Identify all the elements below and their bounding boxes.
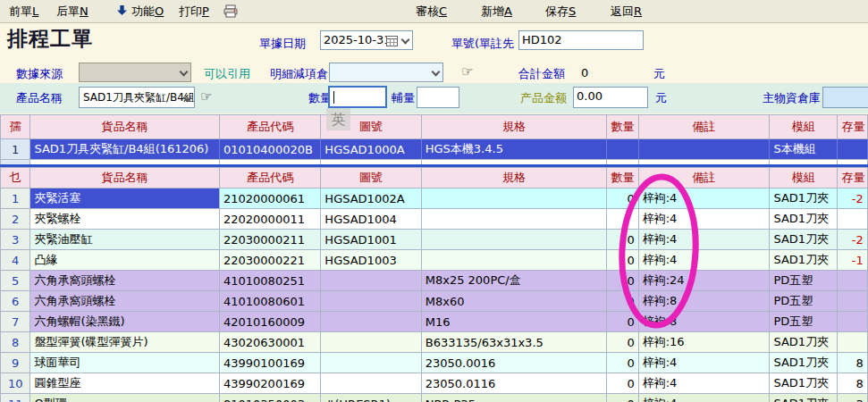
cell-module[interactable]: S本機組 xyxy=(770,139,838,160)
cell-drawing[interactable]: #(HRESR1) xyxy=(321,394,421,402)
cell-remark[interactable]: 梓袧:8 xyxy=(638,312,770,332)
column-header[interactable]: 規格 xyxy=(421,115,607,139)
cell-no[interactable]: 6 xyxy=(1,291,30,312)
cell-stock[interactable] xyxy=(838,209,867,230)
menu-save[interactable]: 保存S xyxy=(545,4,576,20)
cell-remark[interactable]: 梓袧:16 xyxy=(638,332,770,353)
column-header[interactable]: 圖號 xyxy=(321,168,421,188)
cell-module[interactable]: SAD1刀夾 xyxy=(770,394,838,402)
cell-spec[interactable]: M8x25 200PC/盒 xyxy=(421,271,607,291)
menu-print[interactable]: 打印P xyxy=(179,4,209,20)
cell-drawing[interactable] xyxy=(321,291,421,312)
cell-module[interactable]: PD五塑 xyxy=(770,312,838,332)
cell-module[interactable]: SAD1刀夾 xyxy=(770,209,838,230)
cell-spec[interactable]: 23050.0116 xyxy=(421,373,607,394)
column-header[interactable]: 規格 xyxy=(421,168,607,188)
detail-warehouse-select[interactable] xyxy=(329,63,443,82)
column-header[interactable]: 乜 xyxy=(1,168,30,188)
cell-stock[interactable]: -2 xyxy=(838,188,867,209)
cell-code[interactable]: 22030000211 xyxy=(219,230,320,250)
cell-module[interactable]: SAD1刀夾 xyxy=(770,230,838,250)
cell-no[interactable]: 10 xyxy=(1,373,30,394)
chevron-down-icon[interactable] xyxy=(401,36,410,45)
cell-spec[interactable]: M16 xyxy=(421,312,607,332)
cell-module[interactable]: SAD1刀夾 xyxy=(770,250,838,271)
cell-qty[interactable]: 0 xyxy=(607,291,638,312)
doc-number-input[interactable]: HD102 xyxy=(518,30,644,50)
cell-no[interactable]: 4 xyxy=(1,250,30,271)
cell-qty[interactable]: 0 xyxy=(607,188,638,209)
table-row[interactable]: 6六角承窩頭螺栓41010080601M8x600梓袧:8PD五塑 xyxy=(1,291,868,312)
cell-name[interactable]: 六角承窩頭螺栓 xyxy=(30,291,220,312)
data-source-select[interactable] xyxy=(79,63,191,82)
cell-no[interactable]: 2 xyxy=(1,209,30,230)
cell-module[interactable]: PD五塑 xyxy=(770,291,838,312)
cell-code[interactable]: 21020000061 xyxy=(219,188,320,209)
cell-name[interactable]: 六角承窩頭螺栓 xyxy=(30,271,220,291)
column-header[interactable]: 存量 xyxy=(838,115,867,139)
cell-module[interactable]: SAD1刀夾 xyxy=(770,373,838,394)
column-header[interactable]: 數量 xyxy=(607,115,638,139)
cell-qty[interactable] xyxy=(607,209,638,230)
cell-remark[interactable]: 梓袧:4 xyxy=(638,230,770,250)
cell-remark[interactable]: 梓袧:4 xyxy=(638,250,770,271)
cell-code[interactable]: 22030000221 xyxy=(219,250,320,271)
menu-back[interactable]: 返回R xyxy=(611,4,642,20)
cell-no[interactable]: 5 xyxy=(1,271,30,291)
column-header[interactable]: 模組 xyxy=(770,115,838,139)
table-row[interactable]: 4凸緣22030000221HGSAD10030梓袧:4SAD1刀夾-1 xyxy=(1,250,868,271)
cell-stock[interactable] xyxy=(838,332,867,353)
cell-no[interactable]: 1 xyxy=(1,139,30,160)
cell-remark[interactable] xyxy=(638,139,770,160)
cell-qty[interactable]: 0 xyxy=(607,312,638,332)
cell-drawing[interactable]: HGSAD1002A xyxy=(321,188,421,209)
cell-qty[interactable]: 0 xyxy=(607,250,638,271)
cell-spec[interactable] xyxy=(421,209,607,230)
cell-drawing[interactable]: HGSAD1000A xyxy=(321,139,421,160)
menu-functions[interactable]: 功能O xyxy=(131,4,164,20)
cell-drawing[interactable] xyxy=(321,271,421,291)
cell-qty[interactable]: 0 xyxy=(607,271,638,291)
cell-spec[interactable]: M8x60 xyxy=(421,291,607,312)
cell-stock[interactable] xyxy=(838,139,867,160)
cell-name[interactable]: 凸緣 xyxy=(30,250,220,271)
cell-remark[interactable]: 梓袧:8 xyxy=(638,291,770,312)
table-row[interactable]: 11O型環81010350003#(HRESR1)NBR P350梓袧:4SAD… xyxy=(1,394,868,402)
column-header[interactable]: 貨品名稱 xyxy=(30,168,220,188)
cell-stock[interactable] xyxy=(838,312,867,332)
cell-no[interactable]: 8 xyxy=(1,332,30,353)
column-header[interactable]: 備註 xyxy=(638,115,770,139)
table-row[interactable]: 1SAD1刀具夾緊缸/B4組(161206)01010400020BHGSAD1… xyxy=(1,139,868,160)
cell-drawing[interactable] xyxy=(321,373,421,394)
cell-qty[interactable]: 0 xyxy=(607,373,638,394)
table-row[interactable]: 3夾緊油壓缸22030000211HGSAD10010梓袧:4SAD1刀夾-2 xyxy=(1,230,868,250)
table-row[interactable]: 7六角螺帽(染黑鐵)42010160009M160梓袧:8PD五塑 xyxy=(1,312,868,332)
column-header[interactable]: 產品代碼 xyxy=(219,168,320,188)
cell-qty[interactable]: 0 xyxy=(607,353,638,373)
column-header[interactable]: 貨品名稱 xyxy=(30,115,220,139)
cell-drawing[interactable] xyxy=(321,312,421,332)
cell-spec[interactable] xyxy=(421,250,607,271)
menu-audit[interactable]: 審核C xyxy=(416,4,447,20)
cell-drawing[interactable] xyxy=(321,353,421,373)
cell-name[interactable]: 夾緊活塞 xyxy=(30,188,220,209)
product-amount-input[interactable]: 0.00 xyxy=(573,87,648,108)
cell-name[interactable]: 夾緊螺栓 xyxy=(30,209,220,230)
menu-next-doc[interactable]: 后單N xyxy=(56,4,88,20)
cell-qty[interactable]: 0 xyxy=(607,230,638,250)
cell-drawing[interactable]: HGSAD1004 xyxy=(321,209,421,230)
calendar-icon[interactable] xyxy=(386,34,398,50)
doc-date-input[interactable]: 2025-10-31 xyxy=(320,30,413,50)
cell-stock[interactable]: 3 xyxy=(838,394,867,402)
column-header[interactable]: 數量 xyxy=(607,168,638,188)
cell-remark[interactable]: 梓袧:4 xyxy=(638,188,770,209)
cell-code[interactable]: 43990100169 xyxy=(219,353,320,373)
table-row[interactable]: 5六角承窩頭螺栓41010080251M8x25 200PC/盒0梓袧:24PD… xyxy=(1,271,868,291)
cell-no[interactable]: 1 xyxy=(1,188,30,209)
cell-code[interactable]: 43020630001 xyxy=(219,332,320,353)
cell-remark[interactable]: 梓袧:4 xyxy=(638,394,770,402)
cell-module[interactable]: SAD1刀夾 xyxy=(770,353,838,373)
cell-code[interactable]: 41010080601 xyxy=(219,291,320,312)
cell-qty[interactable] xyxy=(607,139,638,160)
column-header[interactable]: 存量 xyxy=(838,168,867,188)
